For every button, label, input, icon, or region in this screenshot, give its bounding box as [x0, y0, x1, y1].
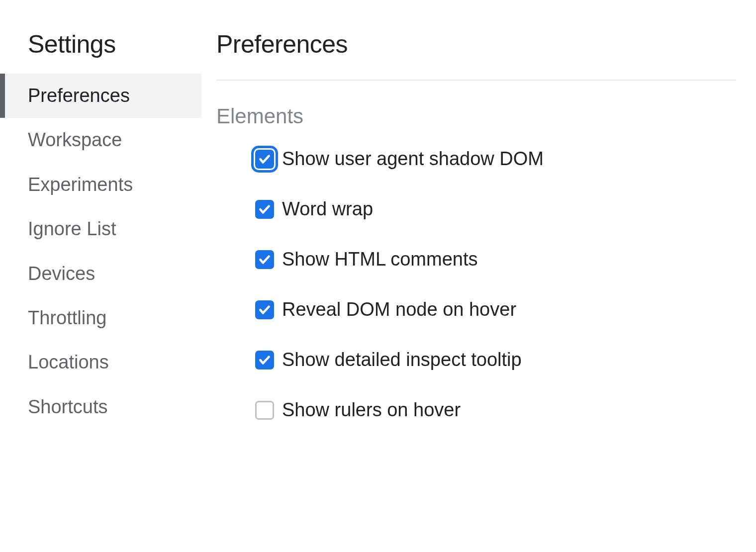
option-show-rulers-on-hover[interactable]: Show rulers on hover: [216, 399, 736, 421]
page-title: Preferences: [216, 30, 736, 81]
sidebar-item-label: Shortcuts: [28, 396, 108, 417]
option-label: Show user agent shadow DOM: [282, 148, 544, 170]
sidebar-item-preferences[interactable]: Preferences: [0, 74, 201, 118]
sidebar-item-ignore-list[interactable]: Ignore List: [0, 207, 201, 251]
option-label: Show rulers on hover: [282, 399, 461, 421]
option-label: Show detailed inspect tooltip: [282, 349, 522, 370]
sidebar-item-label: Locations: [28, 352, 109, 372]
check-icon: [258, 203, 271, 216]
checkbox[interactable]: [255, 150, 274, 169]
option-show-user-agent-shadow-dom[interactable]: Show user agent shadow DOM: [216, 148, 736, 170]
check-icon: [258, 303, 271, 316]
check-icon: [258, 354, 271, 367]
sidebar-item-locations[interactable]: Locations: [0, 340, 201, 384]
sidebar-title: Settings: [0, 30, 201, 74]
sidebar-item-label: Experiments: [28, 174, 133, 195]
sidebar-item-workspace[interactable]: Workspace: [0, 118, 201, 162]
checkbox[interactable]: [255, 300, 274, 319]
option-reveal-dom-node-on-hover[interactable]: Reveal DOM node on hover: [216, 299, 736, 320]
sidebar-item-label: Preferences: [28, 85, 130, 106]
check-icon: [258, 153, 271, 166]
sidebar-item-label: Devices: [28, 263, 95, 284]
sidebar-item-throttling[interactable]: Throttling: [0, 296, 201, 340]
sidebar: Settings Preferences Workspace Experimen…: [0, 30, 201, 552]
option-show-detailed-inspect-tooltip[interactable]: Show detailed inspect tooltip: [216, 349, 736, 370]
main-content: Preferences Elements Show user agent sha…: [201, 30, 756, 552]
checkbox[interactable]: [255, 200, 274, 219]
sidebar-item-devices[interactable]: Devices: [0, 252, 201, 296]
option-word-wrap[interactable]: Word wrap: [216, 198, 736, 220]
checkbox[interactable]: [255, 401, 274, 420]
checkbox[interactable]: [255, 250, 274, 269]
sidebar-item-label: Workspace: [28, 129, 122, 150]
sidebar-item-label: Throttling: [28, 307, 106, 328]
section-heading: Elements: [216, 104, 736, 128]
option-show-html-comments[interactable]: Show HTML comments: [216, 249, 736, 270]
sidebar-item-label: Ignore List: [28, 218, 116, 239]
sidebar-item-shortcuts[interactable]: Shortcuts: [0, 385, 201, 429]
sidebar-item-experiments[interactable]: Experiments: [0, 163, 201, 207]
option-label: Show HTML comments: [282, 249, 477, 270]
option-label: Reveal DOM node on hover: [282, 299, 516, 320]
option-label: Word wrap: [282, 198, 373, 220]
check-icon: [258, 253, 271, 266]
checkbox[interactable]: [255, 351, 274, 369]
